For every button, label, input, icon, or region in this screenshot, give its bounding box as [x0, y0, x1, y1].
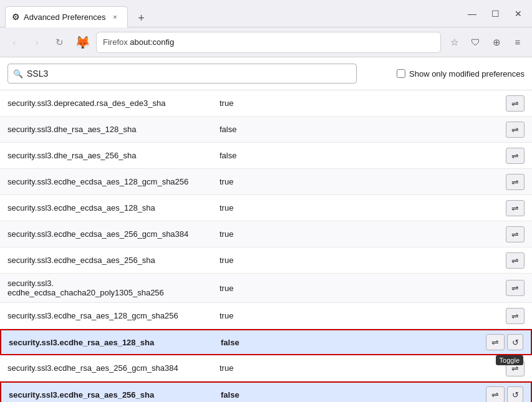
table-row: security.ssl3.dhe_rsa_aes_256_shafalse⇌	[0, 143, 532, 169]
toggle-button[interactable]: ⇌	[506, 252, 525, 269]
modified-filter-text: Show only modified preferences	[409, 69, 525, 79]
toggle-button[interactable]: ⇌	[506, 122, 525, 138]
reset-button[interactable]: ↺	[507, 386, 523, 402]
forward-button[interactable]: ›	[27, 33, 46, 52]
pref-actions: ⇌↺	[486, 386, 523, 402]
pref-value: true	[220, 363, 506, 373]
menu-button[interactable]: ≡	[508, 33, 527, 52]
window-controls: — ☐ ✕	[463, 6, 527, 21]
account-button[interactable]: ⊕	[487, 33, 506, 52]
bookmark-button[interactable]: ☆	[445, 33, 463, 52]
toggle-button[interactable]: ⇌	[486, 334, 505, 350]
pref-name: security.ssl3.ecdhe_rsa_aes_256_gcm_sha3…	[7, 358, 220, 378]
new-tab-button[interactable]: +	[133, 10, 150, 27]
reload-button[interactable]: ↻	[50, 33, 69, 52]
back-button[interactable]: ‹	[5, 33, 24, 52]
table-row: security.ssl3.ecdhe_ecdsa_aes_256_shatru…	[0, 247, 532, 274]
nav-icons: ☆ 🛡 ⊕ ≡	[445, 33, 527, 52]
toggle-button[interactable]: ⇌	[506, 308, 525, 324]
search-input-wrap[interactable]: 🔍	[7, 64, 357, 84]
tab-title: Advanced Preferences	[24, 12, 106, 22]
pref-actions: ⇌	[506, 95, 525, 112]
pref-actions: ⇌↺Toggle	[486, 334, 523, 350]
pref-name: security.ssl3.ecdhe_ecdsa_aes_256_gcm_sh…	[7, 224, 220, 244]
search-bar: 🔍 Show only modified preferences	[0, 57, 532, 90]
toggle-button[interactable]: ⇌	[506, 148, 525, 164]
search-icon: 🔍	[13, 69, 23, 79]
pref-value: true	[220, 229, 506, 239]
toggle-button[interactable]: ⇌	[506, 95, 525, 112]
pref-value: true	[220, 284, 506, 293]
reset-button[interactable]: ↺	[507, 334, 523, 350]
toggle-button[interactable]: ⇌	[486, 386, 505, 402]
table-row: security.ssl3.deprecated.rsa_des_ede3_sh…	[0, 90, 532, 117]
table-row: security.ssl3.ecdhe_rsa_aes_256_gcm_sha3…	[0, 355, 532, 381]
search-input[interactable]	[27, 69, 351, 79]
modified-filter-checkbox[interactable]	[397, 69, 405, 78]
pref-actions: ⇌	[506, 226, 525, 242]
tab-icon: ⚙	[12, 12, 20, 22]
pref-name: security.ssl3.ecdhe_rsa_aes_256_sha	[9, 385, 221, 403]
pref-value: true	[220, 311, 506, 320]
pref-name: security.ssl3.ecdhe_rsa_aes_128_gcm_sha2…	[7, 306, 220, 325]
pref-name: security.ssl3.ecdhe_ecdsa_aes_128_gcm_sh…	[7, 172, 220, 191]
pref-value: true	[220, 203, 506, 213]
firefox-logo: 🦊	[74, 34, 91, 51]
shield-button[interactable]: 🛡	[466, 33, 485, 52]
table-row: security.ssl3.ecdhe_rsa_aes_128_shafalse…	[0, 329, 532, 355]
pref-value: false	[220, 151, 506, 160]
pref-table: security.ssl3.deprecated.rsa_des_ede3_sh…	[0, 90, 532, 402]
pref-actions: ⇌	[506, 252, 525, 269]
reset-wrap: ↺Toggle	[507, 334, 523, 350]
nav-bar: ‹ › ↻ 🦊 Firefox about:config ☆ 🛡 ⊕ ≡	[0, 27, 532, 57]
pref-actions: ⇌	[506, 122, 525, 138]
toggle-tooltip: Toggle	[496, 355, 523, 365]
close-window-button[interactable]: ✕	[510, 6, 527, 21]
pref-value: false	[221, 338, 486, 347]
table-row: security.ssl3.ecdhe_rsa_aes_128_gcm_sha2…	[0, 303, 532, 329]
pref-actions: ⇌	[506, 200, 525, 216]
pref-name: security.ssl3.ecdhe_ecdsa_aes_256_sha	[7, 251, 220, 270]
pref-value: false	[220, 125, 506, 134]
pref-name: security.ssl3.deprecated.rsa_des_ede3_sh…	[7, 93, 220, 113]
active-tab[interactable]: ⚙ Advanced Preferences ×	[5, 6, 128, 27]
table-row: security.ssl3.ecdhe_ecdsa_aes_128_gcm_sh…	[0, 169, 532, 195]
title-bar: ⚙ Advanced Preferences × + — ☐ ✕	[0, 0, 532, 27]
pref-value: true	[220, 256, 506, 265]
tab-area: ⚙ Advanced Preferences × +	[5, 0, 463, 27]
table-row: security.ssl3.ecdhe_ecdsa_aes_128_shatru…	[0, 195, 532, 221]
toggle-button[interactable]: ⇌	[506, 226, 525, 242]
tab-close-button[interactable]: ×	[110, 11, 121, 22]
pref-actions: ⇌	[506, 148, 525, 164]
address-prefix: Firefox	[103, 37, 128, 47]
toggle-button[interactable]: ⇌	[506, 280, 525, 296]
toggle-button[interactable]: ⇌	[506, 200, 525, 216]
pref-value: false	[221, 390, 486, 400]
pref-name: security.ssl3.dhe_rsa_aes_256_sha	[7, 146, 220, 165]
address-url: about:config	[130, 37, 174, 47]
pref-name: security.ssl3.dhe_rsa_aes_128_sha	[7, 120, 220, 139]
minimize-button[interactable]: —	[463, 6, 481, 21]
pref-name: security.ssl3. ecdhe_ecdsa_chacha20_poly…	[7, 274, 220, 302]
pref-value: true	[220, 177, 506, 186]
main-content: 🔍 Show only modified preferences securit…	[0, 57, 532, 402]
address-bar[interactable]: Firefox about:config	[96, 32, 441, 53]
table-row: security.ssl3. ecdhe_ecdsa_chacha20_poly…	[0, 274, 532, 303]
pref-name: security.ssl3.ecdhe_ecdsa_aes_128_sha	[7, 198, 220, 218]
pref-actions: ⇌	[506, 174, 525, 190]
reset-wrap: ↺	[507, 386, 523, 402]
pref-name: security.ssl3.ecdhe_rsa_aes_128_sha	[9, 333, 221, 352]
pref-actions: ⇌	[506, 280, 525, 296]
pref-actions: ⇌	[506, 308, 525, 324]
table-row: security.ssl3.ecdhe_rsa_aes_256_shafalse…	[0, 381, 532, 402]
modified-filter-label[interactable]: Show only modified preferences	[397, 69, 525, 79]
toggle-button[interactable]: ⇌	[506, 174, 525, 190]
table-row: security.ssl3.ecdhe_ecdsa_aes_256_gcm_sh…	[0, 221, 532, 247]
pref-value: true	[220, 98, 506, 108]
maximize-button[interactable]: ☐	[486, 6, 505, 21]
table-row: security.ssl3.dhe_rsa_aes_128_shafalse⇌	[0, 117, 532, 143]
